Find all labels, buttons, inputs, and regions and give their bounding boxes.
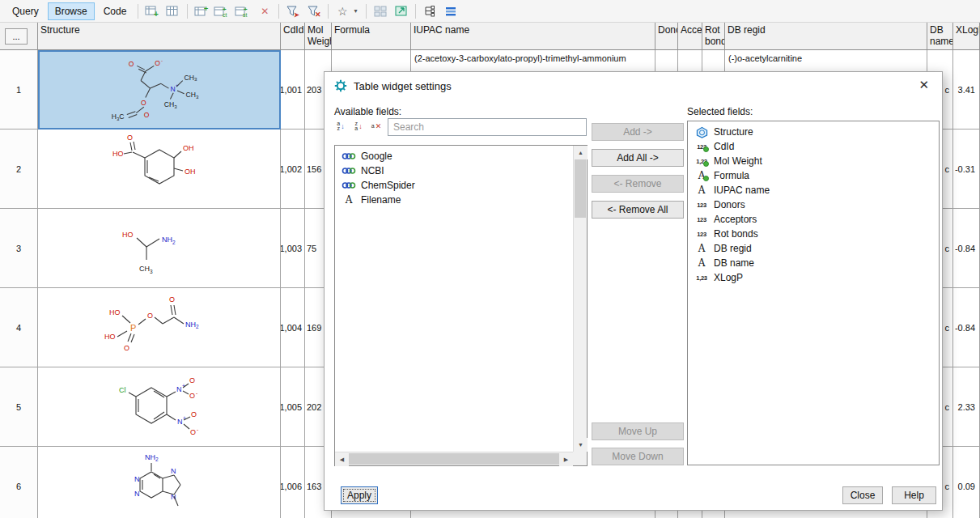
scroll-up-icon[interactable]: ▲ <box>574 146 588 159</box>
grid-options-button[interactable]: ... <box>5 28 28 45</box>
close-icon[interactable]: ✕ <box>918 78 929 92</box>
sort-descending-icon[interactable]: za↓ <box>350 118 367 134</box>
list-item[interactable]: A Formula <box>688 168 939 183</box>
add-ct-widget-icon[interactable]: +ct <box>213 2 232 20</box>
grid-corner-cell: ... <box>0 23 38 50</box>
favorites-star-icon[interactable]: ☆ <box>333 2 352 20</box>
cdid-cell[interactable]: 1,005 <box>281 367 305 447</box>
apply-button[interactable]: Apply <box>341 486 378 504</box>
svg-text:+: + <box>154 10 159 18</box>
available-fields-list: Google NCBI ChemSpider A Filename ▲ ▼ ◀ … <box>334 145 588 466</box>
row-number[interactable]: 1 <box>0 50 38 130</box>
add-st-widget-icon[interactable]: +st <box>234 2 253 20</box>
svg-text:-: - <box>196 390 197 396</box>
column-header-db-name[interactable]: DBname <box>927 23 953 50</box>
row-number[interactable]: 4 <box>0 288 38 367</box>
item-label: Mol Weight <box>714 155 762 167</box>
xlogp-cell[interactable]: -0.31 <box>953 130 980 209</box>
structure-cell-selected[interactable]: O-O N+ CH3 CH3 CH3 O OH3C <box>38 50 281 130</box>
list-item[interactable]: A DB name <box>688 256 939 270</box>
row-number[interactable]: 3 <box>0 209 38 288</box>
list-item[interactable]: Structure <box>688 125 939 139</box>
xlogp-cell[interactable]: -0.84 <box>953 288 980 367</box>
tab-code[interactable]: Code <box>96 2 134 20</box>
remove-all-button[interactable]: <- Remove All <box>592 201 684 219</box>
svg-text:st: st <box>243 12 248 18</box>
horizontal-scrollbar[interactable]: ◀ ▶ <box>335 452 573 465</box>
structure-cell[interactable]: HO NH2 CH3 <box>38 209 281 288</box>
scrollbar-thumb[interactable] <box>575 159 586 218</box>
scroll-down-icon[interactable]: ▼ <box>574 438 588 452</box>
new-data-tree-icon[interactable]: + <box>142 2 162 20</box>
column-header-mol-weight[interactable]: MolWeight <box>305 23 332 50</box>
list-item[interactable]: 1,23 XLogP <box>688 270 939 285</box>
row-number[interactable]: 6 <box>0 447 38 518</box>
cdid-cell[interactable]: 1,002 <box>281 130 305 209</box>
list-view-icon[interactable] <box>441 2 460 20</box>
favorites-caret-icon[interactable]: ▾ <box>354 7 362 15</box>
query-filter-icon[interactable]: ➤ <box>283 2 303 20</box>
structure-cell[interactable]: HO P O HO O O NH2 <box>38 288 281 367</box>
cdid-cell[interactable]: 1,001 <box>281 50 305 130</box>
add-grid-view-icon[interactable]: + <box>192 2 211 20</box>
tab-query[interactable]: Query <box>5 2 46 20</box>
row-number[interactable]: 5 <box>0 367 38 447</box>
list-item[interactable]: 1,23 Mol Weight <box>688 154 939 168</box>
main-toolbar: Query Browse Code + + +ct +st ✕ ➤ ✕ ☆ ▾ <box>0 0 980 23</box>
list-item[interactable]: ChemSpider <box>335 178 573 193</box>
list-item[interactable]: NCBI <box>335 163 573 178</box>
open-view-icon[interactable] <box>392 2 411 20</box>
list-item[interactable]: A Filename <box>335 193 573 207</box>
sort-hierarchy-icon[interactable] <box>420 2 439 20</box>
column-header-acceptors[interactable]: Acceptors <box>678 23 702 50</box>
views-grid-icon[interactable] <box>371 2 390 20</box>
column-header-iupac[interactable]: IUPAC name <box>411 23 655 50</box>
vertical-scrollbar[interactable]: ▲ ▼ <box>573 146 587 452</box>
svg-text:H3C: H3C <box>112 113 125 121</box>
cdid-cell[interactable]: 1,003 <box>281 209 305 288</box>
column-header-db-regid[interactable]: DB regid <box>725 23 927 50</box>
column-header-cdid[interactable]: CdId <box>281 23 305 50</box>
scrollbar-thumb[interactable] <box>349 453 559 465</box>
tab-browse[interactable]: Browse <box>48 2 95 20</box>
svg-text:O: O <box>169 295 175 304</box>
edit-data-tree-icon[interactable] <box>163 2 183 20</box>
scroll-right-icon[interactable]: ▶ <box>559 452 573 466</box>
cdid-cell[interactable]: 1,006 <box>281 447 305 518</box>
list-item[interactable]: 123 CdId <box>688 139 939 154</box>
column-header-xlogp[interactable]: XLogP <box>953 23 980 50</box>
sort-ascending-icon[interactable]: az↓ <box>333 118 349 134</box>
item-label: Rot bonds <box>714 228 758 240</box>
xlogp-cell[interactable]: -0.84 <box>953 209 980 288</box>
structure-cell[interactable]: Cl N+ O O- N+ O O- <box>38 367 281 447</box>
list-item[interactable]: A IUPAC name <box>688 183 939 197</box>
list-item[interactable]: A DB regid <box>688 241 939 256</box>
structure-cell[interactable]: OHO OH OH <box>38 130 281 209</box>
cdid-cell[interactable]: 1,004 <box>281 288 305 367</box>
column-header-structure[interactable]: Structure <box>38 23 281 50</box>
add-all-button[interactable]: Add All -> <box>592 149 684 167</box>
header-line: name <box>930 36 950 47</box>
clear-sort-icon[interactable]: a✕ <box>368 118 384 134</box>
header-line: DB <box>930 24 950 36</box>
clear-filter-icon[interactable]: ✕ <box>304 2 324 20</box>
xlogp-cell[interactable]: 3.41 <box>953 50 980 130</box>
item-label: Filename <box>361 194 401 206</box>
list-item[interactable]: Google <box>335 149 573 163</box>
row-number[interactable]: 2 <box>0 130 38 209</box>
item-label: ChemSpider <box>361 180 415 191</box>
scroll-left-icon[interactable]: ◀ <box>335 452 349 466</box>
search-input[interactable] <box>388 118 587 136</box>
xlogp-cell[interactable]: 2.33 <box>953 367 980 447</box>
structure-cell[interactable]: NH2 NN NN <box>38 447 281 518</box>
column-header-donors[interactable]: Donors <box>655 23 678 50</box>
help-button[interactable]: Help <box>892 486 936 504</box>
close-button[interactable]: Close <box>842 486 883 504</box>
list-item[interactable]: 123 Acceptors <box>688 212 939 227</box>
column-header-rot-bonds[interactable]: Rotbonds <box>702 23 725 50</box>
list-item[interactable]: 123 Rot bonds <box>688 227 939 241</box>
svg-text:CH3: CH3 <box>139 265 153 274</box>
xlogp-cell[interactable]: 0.09 <box>953 447 980 518</box>
list-item[interactable]: 123 Donors <box>688 197 939 212</box>
column-header-formula[interactable]: Formula <box>332 23 411 50</box>
